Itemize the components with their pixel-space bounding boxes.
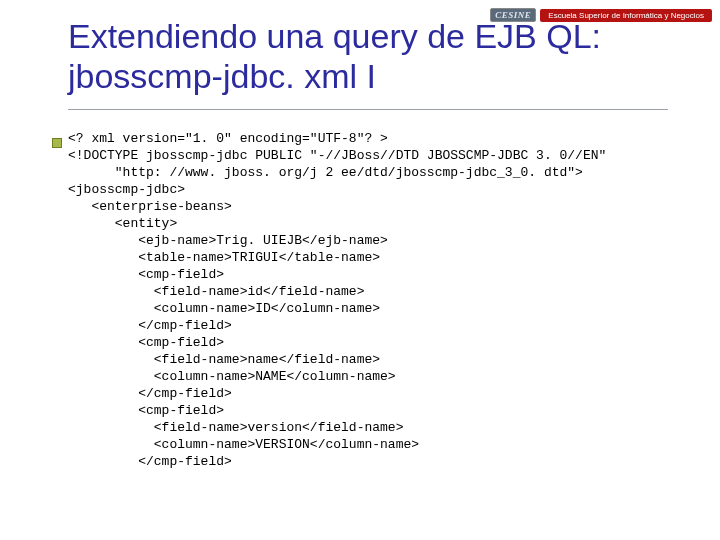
code-line: </cmp-field>	[68, 454, 232, 469]
code-line: <field-name>version</field-name>	[68, 420, 403, 435]
code-line: <column-name>NAME</column-name>	[68, 369, 396, 384]
code-line: "http: //www. jboss. org/j 2 ee/dtd/jbos…	[68, 165, 583, 180]
code-line: <entity>	[68, 216, 177, 231]
code-line: <? xml version="1. 0" encoding="UTF-8"? …	[68, 131, 388, 146]
code-line: <enterprise-beans>	[68, 199, 232, 214]
code-line: <jbosscmp-jdbc>	[68, 182, 185, 197]
slide: CESINE Escuela Superior de Informática y…	[0, 0, 720, 540]
code-line: <field-name>id</field-name>	[68, 284, 364, 299]
code-line: <column-name>ID</column-name>	[68, 301, 380, 316]
code-block: <? xml version="1. 0" encoding="UTF-8"? …	[68, 130, 700, 470]
code-line: <cmp-field>	[68, 403, 224, 418]
code-line: <column-name>VERSION</column-name>	[68, 437, 419, 452]
code-line: <cmp-field>	[68, 267, 224, 282]
code-line: <!DOCTYPE jbosscmp-jdbc PUBLIC "-//JBoss…	[68, 148, 606, 163]
code-line: <cmp-field>	[68, 335, 224, 350]
code-line: <field-name>name</field-name>	[68, 352, 380, 367]
code-line: </cmp-field>	[68, 318, 232, 333]
bullet-icon	[52, 138, 62, 148]
slide-title: Extendiendo una query de EJB QL: jbosscm…	[68, 16, 700, 96]
title-underline	[68, 109, 668, 110]
code-line: <table-name>TRIGUI</table-name>	[68, 250, 380, 265]
code-line: <ejb-name>Trig. UIEJB</ejb-name>	[68, 233, 388, 248]
code-line: </cmp-field>	[68, 386, 232, 401]
